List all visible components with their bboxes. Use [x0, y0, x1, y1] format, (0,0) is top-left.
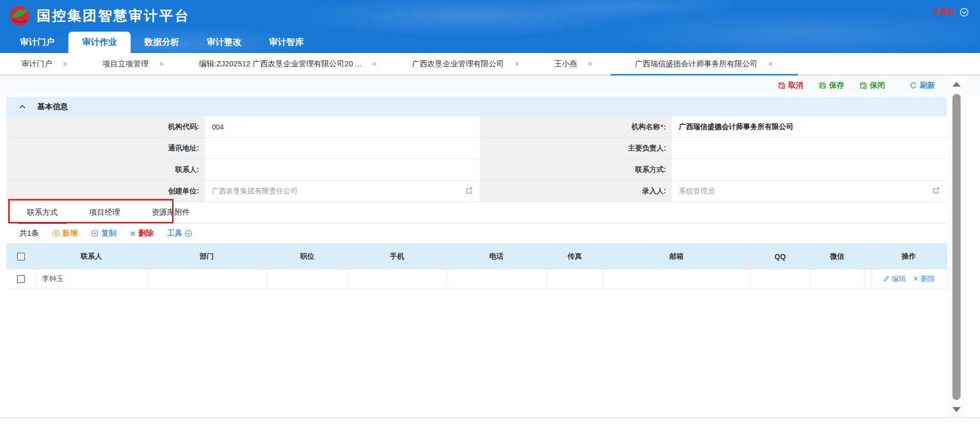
- address-field[interactable]: [204, 138, 480, 159]
- cell-spacer: [864, 269, 871, 289]
- create-unit-field: 广西农垦集团有限责任公司: [204, 181, 480, 202]
- column-header-position: 职位: [266, 244, 348, 269]
- required-asterisk: *: [660, 123, 664, 131]
- chevron-down-icon: [960, 8, 969, 17]
- org-code-field[interactable]: 004: [204, 116, 480, 138]
- basic-info-section-header: 基本信息: [7, 97, 947, 116]
- content-bottom-border: [0, 417, 980, 418]
- save-close-icon: [860, 82, 867, 89]
- doc-tab-wang-xiaoyan[interactable]: 王小燕 ✕: [537, 53, 610, 74]
- cell-email: [603, 269, 750, 289]
- entered-by-field: 系统管理员: [671, 181, 947, 202]
- cell-wechat: [810, 269, 864, 289]
- cell-contact: 李钟玉: [36, 269, 147, 289]
- tab-project-manager[interactable]: 项目经理: [80, 202, 129, 223]
- scroll-up-arrow[interactable]: [948, 78, 965, 91]
- scrollbar-thumb[interactable]: [952, 94, 961, 400]
- nav-item-audit-knowledge[interactable]: 审计智库: [255, 32, 317, 53]
- record-count: 共1条: [19, 229, 39, 238]
- refresh-button[interactable]: 刷新: [910, 81, 935, 90]
- close-icon[interactable]: ✕: [587, 60, 593, 68]
- app-header: 国控集团智慧审计平台 李春红 审计门户 审计作业 数据分析 审计整改 审计智库: [0, 0, 980, 53]
- column-spacer: [864, 244, 871, 269]
- field-label-create-unit: 创建单位:: [7, 181, 204, 202]
- tab-repository-attachments[interactable]: 资源库附件: [142, 202, 199, 223]
- contact-way-field[interactable]: [671, 159, 947, 181]
- column-header-mobile: 手机: [348, 244, 446, 269]
- select-all-checkbox[interactable]: [17, 253, 25, 261]
- tools-dropdown[interactable]: 工具: [167, 229, 192, 238]
- table-header-row: 联系人 部门 职位 手机 电话 传真 邮箱 QQ 微信 操作: [7, 244, 947, 269]
- contact-field[interactable]: [204, 159, 480, 181]
- nav-item-audit-rectify[interactable]: 审计整改: [193, 32, 255, 53]
- app-logo-icon: [9, 6, 30, 26]
- field-label-org-name: 机构名称*:: [480, 116, 671, 138]
- save-close-button[interactable]: 保闭: [860, 81, 885, 90]
- nav-item-data-analysis[interactable]: 数据分析: [131, 32, 193, 53]
- app-title: 国控集团智慧审计平台: [37, 7, 190, 25]
- doc-tab-gx-nongken[interactable]: 广西农垦企业管理有限公司 ✕: [395, 53, 537, 74]
- main-nav: 审计门户 审计作业 数据分析 审计整改 审计智库: [0, 32, 980, 53]
- row-checkbox[interactable]: [17, 275, 25, 283]
- table-row: 李钟玉: [7, 269, 947, 289]
- doc-tab-audit-portal[interactable]: 审计门户 ✕: [4, 53, 85, 74]
- field-label-org-code: 机构代码:: [7, 116, 204, 138]
- field-label-contact-way: 联系方式:: [480, 159, 671, 181]
- refresh-icon: [910, 82, 917, 89]
- close-icon[interactable]: ✕: [159, 60, 164, 68]
- cell-mobile: [348, 269, 446, 289]
- close-icon[interactable]: ✕: [768, 60, 773, 68]
- tab-contact-info[interactable]: 联系方式: [18, 202, 67, 223]
- delete-button[interactable]: ✕ 删除: [130, 229, 154, 238]
- cell-qq: [750, 269, 810, 289]
- row-edit-button[interactable]: 编辑: [883, 274, 906, 284]
- close-icon[interactable]: ✕: [514, 60, 520, 68]
- doc-tab-ruixin-shengde[interactable]: 广西瑞信盛德会计师事务所有限公司 ✕: [610, 53, 798, 74]
- external-link-icon[interactable]: [465, 187, 473, 195]
- column-header-wechat: 微信: [810, 244, 864, 269]
- cell-phone: [446, 269, 547, 289]
- principal-field[interactable]: [671, 138, 947, 159]
- close-icon[interactable]: ✕: [62, 60, 68, 68]
- nav-item-audit-work[interactable]: 审计作业: [68, 32, 131, 53]
- column-header-fax: 传真: [547, 244, 603, 269]
- nav-item-audit-portal[interactable]: 审计门户: [6, 32, 68, 53]
- field-label-principal: 主要负责人:: [480, 138, 671, 159]
- scroll-down-arrow[interactable]: [948, 403, 965, 416]
- chevron-down-circle-icon: [184, 230, 192, 238]
- row-delete-button[interactable]: ✕ 删除: [913, 274, 935, 284]
- cell-position: [266, 269, 348, 289]
- cell-department: [147, 269, 266, 289]
- vertical-scrollbar[interactable]: [948, 77, 965, 417]
- field-label-entered-by: 录入人:: [480, 181, 671, 202]
- add-button[interactable]: 新增: [52, 229, 78, 238]
- main-content: 基本信息 机构代码: 004 机构名称*: 广西瑞信盛德会计师事务所有限公司 通…: [7, 97, 947, 289]
- doc-tab-project-approval[interactable]: 项目立项管理 ✕: [85, 53, 182, 74]
- field-label-contact: 联系人:: [7, 159, 204, 181]
- column-header-contact: 联系人: [36, 244, 147, 269]
- record-action-bar: 取消 保存 保闭 刷新: [0, 75, 980, 95]
- column-header-qq: QQ: [750, 244, 810, 269]
- field-label-address: 通讯地址:: [7, 138, 204, 159]
- external-link-icon[interactable]: [933, 187, 940, 195]
- x-icon: ✕: [913, 275, 919, 283]
- app-window: 国控集团智慧审计平台 李春红 审计门户 审计作业 数据分析 审计整改 审计智库 …: [0, 0, 980, 428]
- org-name-field[interactable]: 广西瑞信盛德会计师事务所有限公司: [671, 116, 947, 138]
- save-button[interactable]: 保存: [819, 81, 844, 90]
- cell-fax: [547, 269, 603, 289]
- document-tab-bar: 审计门户 ✕ 项目立项管理 ✕ 编辑:ZJ202512 广西农垦企业管理有限公司…: [0, 53, 980, 75]
- detail-tab-bar: 联系方式 项目经理 资源库附件: [7, 202, 947, 223]
- copy-button[interactable]: 复制: [91, 229, 116, 238]
- table-toolbar: 共1条 新增 复制 ✕ 删除 工具: [7, 223, 947, 243]
- cancel-button[interactable]: 取消: [778, 81, 803, 90]
- doc-tab-edit-zj202512[interactable]: 编辑:ZJ202512 广西农垦企业管理有限公司20 ... ✕: [182, 53, 395, 74]
- circled-plus-icon: [52, 230, 60, 237]
- column-header-email: 邮箱: [603, 244, 750, 269]
- contacts-table: 联系人 部门 职位 手机 电话 传真 邮箱 QQ 微信 操作 李钟玉: [7, 243, 947, 289]
- column-header-department: 部门: [147, 244, 266, 269]
- column-header-phone: 电话: [446, 244, 547, 269]
- section-title: 基本信息: [37, 102, 68, 112]
- user-menu[interactable]: 李春红: [933, 7, 969, 17]
- collapse-caret-icon[interactable]: [19, 104, 26, 109]
- close-icon[interactable]: ✕: [372, 60, 377, 68]
